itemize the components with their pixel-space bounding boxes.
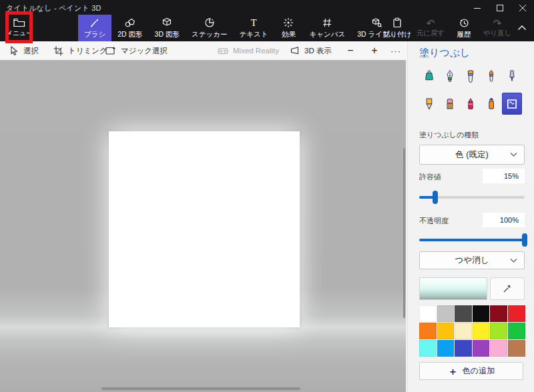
horizontal-scrollbar[interactable] (101, 387, 300, 390)
calligraphy-pen-icon (443, 69, 457, 83)
slider-thumb[interactable] (522, 233, 527, 247)
fill-type-label: 塗りつぶしの種類 (419, 130, 525, 140)
window-controls (466, 0, 534, 16)
minimize-button[interactable] (466, 0, 489, 16)
color-swatch[interactable] (419, 305, 437, 322)
tool-crayon[interactable] (461, 93, 481, 115)
undo-button[interactable]: ↶ 元に戻す (414, 15, 447, 41)
fill-type-dropdown[interactable]: 色 (既定) (419, 145, 525, 165)
view-3d-button[interactable]: 3D 表示 (290, 41, 332, 60)
tool-pixel-pen[interactable] (502, 65, 522, 87)
add-color-button[interactable]: ＋ 色の追加 (419, 362, 523, 380)
maximize-icon (497, 5, 503, 11)
color-swatch[interactable] (508, 340, 525, 357)
tolerance-slider[interactable] (419, 191, 525, 204)
color-swatch[interactable] (437, 340, 455, 357)
tool-paint-brush[interactable] (461, 65, 481, 87)
tab-stickers[interactable]: ステッカー (186, 15, 233, 41)
canvas-grid-icon (321, 17, 333, 29)
zoom-out-button[interactable]: − (342, 41, 359, 60)
close-button[interactable] (511, 0, 534, 16)
collapse-ribbon-button[interactable] (514, 19, 530, 36)
color-swatch[interactable] (473, 323, 490, 339)
current-color-preview (419, 277, 487, 300)
tab-label: ステッカー (192, 30, 227, 39)
tolerance-value: 15% (504, 172, 519, 180)
finish-dropdown[interactable]: つや消し (419, 251, 525, 269)
tool-marker[interactable] (419, 65, 439, 87)
color-swatch[interactable] (490, 305, 507, 322)
menu-button[interactable]: メニュー (5, 15, 33, 41)
tab-effects[interactable]: 効果 (274, 15, 303, 41)
color-swatch[interactable] (508, 305, 525, 322)
menu-label: メニュー (6, 29, 33, 38)
vertical-scrollbar[interactable] (403, 148, 405, 318)
color-swatch[interactable] (419, 323, 437, 339)
slider-thumb[interactable] (433, 191, 438, 204)
canvas-area[interactable] (0, 60, 406, 392)
oil-brush-icon (485, 69, 498, 83)
color-swatch[interactable] (473, 340, 490, 357)
tab-canvas[interactable]: キャンバス (303, 15, 351, 41)
color-swatch[interactable] (490, 323, 507, 339)
tool-eraser[interactable] (440, 93, 460, 115)
tolerance-value-field[interactable]: 15% (483, 169, 525, 183)
magic-select-button[interactable]: マジック選択 (105, 41, 168, 60)
document-canvas[interactable] (109, 131, 300, 327)
paste-button[interactable]: 貼り付け (380, 15, 414, 41)
eyedropper-button[interactable] (490, 277, 525, 300)
tab-text[interactable]: T テキスト (233, 15, 274, 41)
history-button[interactable]: 履歴 (447, 15, 481, 41)
finish-value: つや消し (455, 255, 489, 266)
crop-button[interactable]: トリミング (53, 41, 107, 60)
current-color-row (419, 277, 525, 300)
redo-button[interactable]: ↷ やり直し (481, 15, 514, 41)
opacity-slider[interactable] (419, 233, 525, 247)
menu-icon (13, 18, 25, 27)
view-3d-icon (290, 46, 300, 55)
brush-icon (89, 17, 101, 29)
magic-select-label: マジック選択 (121, 46, 168, 56)
fill-panel: 塗りつぶし (407, 41, 534, 392)
close-icon (519, 5, 526, 11)
opacity-value-field[interactable]: 100% (483, 213, 525, 227)
text-icon: T (248, 17, 260, 29)
more-options-icon: ··· (390, 46, 401, 56)
action-label: 元に戻す (417, 29, 445, 38)
color-swatch[interactable] (455, 323, 472, 339)
selection-toolbar: 選択 トリミング マジック選択 Mixed Reality 3D 表示 − + … (0, 41, 407, 60)
tab-3d-shapes[interactable]: 3D 図形 (149, 15, 186, 41)
eyedropper-icon (502, 283, 513, 294)
sticker-icon (204, 17, 216, 29)
more-options-button[interactable]: ··· (387, 41, 405, 60)
zoom-in-button[interactable]: + (366, 41, 383, 60)
color-swatch[interactable] (508, 323, 525, 339)
window-title: タイトルなし - ペイント 3D (6, 3, 101, 13)
color-swatch[interactable] (473, 305, 490, 322)
marker-icon (423, 69, 436, 83)
fill-type-value: 色 (既定) (455, 149, 488, 161)
mixed-reality-button[interactable]: Mixed Reality (218, 41, 279, 60)
tool-spray-can[interactable] (481, 93, 501, 115)
tool-calligraphy-pen[interactable] (440, 65, 460, 87)
color-swatch[interactable] (437, 323, 455, 339)
tool-pencil[interactable] (419, 93, 439, 115)
tool-oil-brush[interactable] (481, 65, 501, 87)
color-swatch[interactable] (419, 340, 437, 357)
tab-brush[interactable]: ブラシ (78, 15, 111, 41)
action-label: 履歴 (457, 30, 471, 39)
redo-icon: ↷ (493, 19, 502, 27)
color-swatch[interactable] (455, 340, 472, 357)
color-swatch[interactable] (437, 305, 455, 322)
tab-label: 3D 図形 (155, 30, 180, 39)
tab-2d-shapes[interactable]: 2D 図形 (111, 15, 148, 41)
color-swatch[interactable] (455, 305, 472, 322)
slider-fill (419, 196, 435, 199)
brush-tool-grid (419, 65, 525, 115)
color-palette (419, 305, 525, 357)
pencil-icon (423, 97, 436, 111)
tool-fill-bucket[interactable] (502, 93, 522, 115)
color-swatch[interactable] (490, 340, 507, 357)
maximize-button[interactable] (489, 0, 511, 16)
select-button[interactable]: 選択 (9, 41, 39, 60)
